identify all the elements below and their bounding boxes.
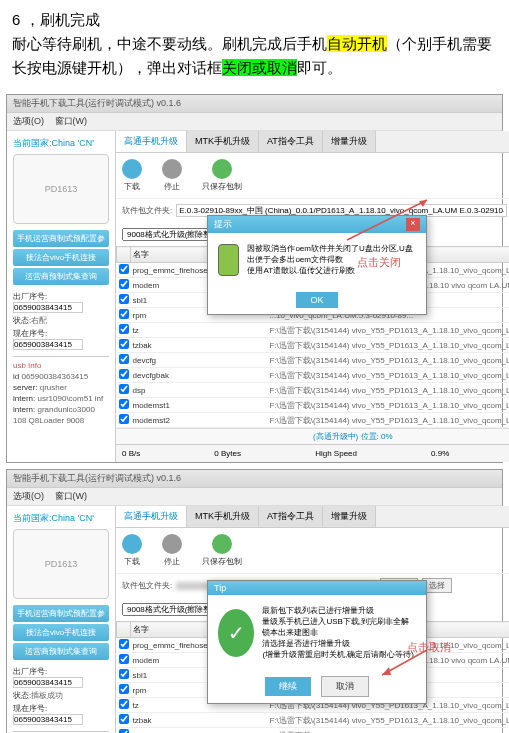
titlebar: 智能手机下载工具(运行时调试模式) v0.1.6	[7, 470, 502, 488]
btn-carrier-query[interactable]: 运营商预制式集查询	[13, 643, 109, 660]
row-checkbox[interactable]	[119, 684, 129, 694]
row-checkbox[interactable]	[119, 729, 129, 733]
row-checkbox[interactable]	[119, 699, 129, 709]
dialog-prompt: 提示× 因被取消当作oem软件并关闭了U盘出分区,U盘出便于会多出oem文件得数…	[207, 215, 427, 315]
row-checkbox[interactable]	[119, 384, 129, 394]
row-checkbox[interactable]	[119, 309, 129, 319]
menubar: 选项(O) 窗口(W)	[7, 488, 502, 506]
partition-name: tzbak	[131, 338, 268, 353]
current-sn-input[interactable]	[13, 339, 83, 350]
left-panel: 当前国家:China 'CN' PD1613 手机运营商制式预配置参 接法合vi…	[7, 506, 116, 733]
tab-at[interactable]: AT指令工具	[259, 131, 323, 152]
row-checkbox[interactable]	[119, 369, 129, 379]
current-sn-input[interactable]	[13, 714, 83, 725]
partition-location: F:\迅雷下载\(3154144) vivo_Y55_PD1613_A_1.18…	[267, 323, 509, 338]
save-only-icon	[212, 159, 232, 179]
tool-stop[interactable]: 停止	[162, 534, 182, 567]
tool-dlonly[interactable]: 只保存包制	[202, 534, 242, 567]
partition-name: modemst1	[131, 398, 268, 413]
download-icon	[122, 159, 142, 179]
toolbar: 下载 停止 只保存包制	[116, 153, 509, 199]
cancel-button[interactable]: 取消	[321, 676, 369, 697]
row-checkbox[interactable]	[119, 264, 129, 274]
row-checkbox[interactable]	[119, 399, 129, 409]
tool-dlonly[interactable]: 只保存包制	[202, 159, 242, 192]
usb-info-title: usb Info	[13, 361, 109, 370]
tool-download[interactable]: 下载	[122, 159, 142, 192]
row-checkbox[interactable]	[119, 639, 129, 649]
row-checkbox[interactable]	[119, 654, 129, 664]
partition-location: F:\迅雷下载\(3154144) vivo_Y55_PD1613_A_1.18…	[267, 383, 509, 398]
table-row[interactable]: dspF:\迅雷下载\(3154144) vivo_Y55_PD1613_A_1…	[117, 383, 510, 398]
instr-line1: 6 ，刷机完成	[12, 8, 497, 32]
table-row[interactable]: devcfgF:\迅雷下载\(3154144) vivo_Y55_PD1613_…	[117, 728, 510, 734]
tab-qualcomm[interactable]: 高通手机升级	[116, 131, 187, 152]
row-checkbox[interactable]	[119, 354, 129, 364]
dialog-title: 提示	[214, 218, 232, 231]
status-bar: 0 B/s 0 Bytes High Speed 0.9%	[116, 444, 509, 462]
tab-mtk[interactable]: MTK手机升级	[187, 506, 259, 527]
menu-options[interactable]: 选项(O)	[13, 116, 44, 126]
tabs: 高通手机升级 MTK手机升级 AT指令工具 增量升级	[116, 131, 509, 153]
menu-window[interactable]: 窗口(W)	[55, 491, 88, 501]
menubar: 选项(O) 窗口(W)	[7, 113, 502, 131]
table-row[interactable]: modemst2F:\迅雷下载\(3154144) vivo_Y55_PD161…	[117, 413, 510, 428]
dialog-tip: Tip ✓ 最新包下载列表已进行增量升级 量级系手机已进入USB下载,到完刷非全…	[207, 580, 427, 704]
btn-connect-vivo[interactable]: 接法合vivo手机连接	[13, 624, 109, 641]
tab-incremental[interactable]: 增量升级	[323, 506, 376, 527]
btn-carrier-preset[interactable]: 手机运营商制式预配置参	[13, 605, 109, 622]
status-value: 插板成功	[31, 691, 63, 700]
tool-download[interactable]: 下载	[122, 534, 142, 567]
table-row[interactable]: tzbakF:\迅雷下载\(3154144) vivo_Y55_PD1613_A…	[117, 338, 510, 353]
factory-sn-input[interactable]	[13, 677, 83, 688]
pkg-label: 软件包文件夹:	[122, 205, 172, 216]
row-checkbox[interactable]	[119, 339, 129, 349]
partition-location: F:\迅雷下载\(3154144) vivo_Y55_PD1613_A_1.18…	[267, 413, 509, 428]
row-checkbox[interactable]	[119, 279, 129, 289]
row-checkbox[interactable]	[119, 414, 129, 424]
tab-incremental[interactable]: 增量升级	[323, 131, 376, 152]
highlight-close-cancel: 关闭或取消	[222, 59, 297, 76]
close-icon[interactable]: ×	[406, 218, 420, 231]
instr-line2: 耐心等待刷机，中途不要动线。刷机完成后手机自动开机（个别手机需要长按电源键开机）…	[12, 32, 497, 80]
ok-button[interactable]: OK	[296, 292, 337, 308]
download-icon	[122, 534, 142, 554]
tab-at[interactable]: AT指令工具	[259, 506, 323, 527]
btn-carrier-preset[interactable]: 手机运营商制式预配置参	[13, 230, 109, 247]
save-only-icon	[212, 534, 232, 554]
tab-qualcomm[interactable]: 高通手机升级	[116, 506, 187, 527]
menu-options[interactable]: 选项(O)	[13, 491, 44, 501]
stop-icon	[162, 534, 182, 554]
btn-carrier-query[interactable]: 运营商预制式集查询	[13, 268, 109, 285]
partition-name: tz	[131, 323, 268, 338]
table-row[interactable]: devcfgbakF:\迅雷下载\(3154144) vivo_Y55_PD16…	[117, 368, 510, 383]
tab-mtk[interactable]: MTK手机升级	[187, 131, 259, 152]
partition-name: tzbak	[131, 713, 268, 728]
row-checkbox[interactable]	[119, 324, 129, 334]
country-label: 当前国家:China 'CN'	[13, 137, 109, 150]
app-window-2: 智能手机下载工具(运行时调试模式) v0.1.6 选项(O) 窗口(W) 当前国…	[6, 469, 503, 733]
partition-location: F:\迅雷下载\(3154144) vivo_Y55_PD1613_A_1.18…	[267, 398, 509, 413]
progress-text: (高通升级中) 位置: 0%	[116, 428, 509, 444]
stop-icon	[162, 159, 182, 179]
factory-sn-input[interactable]	[13, 302, 83, 313]
btn-connect-vivo[interactable]: 接法合vivo手机连接	[13, 249, 109, 266]
table-row[interactable]: tzF:\迅雷下载\(3154144) vivo_Y55_PD1613_A_1.…	[117, 323, 510, 338]
tool-stop[interactable]: 停止	[162, 159, 182, 192]
dialog-message: 因被取消当作oem软件并关闭了U盘出分区,U盘出便于会多出oem文件得数 使用A…	[247, 243, 416, 276]
dialog-title: Tip	[214, 583, 226, 593]
table-row[interactable]: devcfgF:\迅雷下载\(3154144) vivo_Y55_PD1613_…	[117, 353, 510, 368]
pkg-label: 软件包文件夹:	[122, 580, 172, 591]
table-row[interactable]: modemst1F:\迅雷下载\(3154144) vivo_Y55_PD161…	[117, 398, 510, 413]
country-label: 当前国家:China 'CN'	[13, 512, 109, 525]
partition-name: dsp	[131, 383, 268, 398]
continue-button[interactable]: 继续	[265, 677, 311, 696]
partition-name: modemst2	[131, 413, 268, 428]
table-row[interactable]: tzbakF:\迅雷下载\(3154144) vivo_Y55_PD1613_A…	[117, 713, 510, 728]
device-preview: PD1613	[13, 529, 109, 599]
row-checkbox[interactable]	[119, 669, 129, 679]
row-checkbox[interactable]	[119, 294, 129, 304]
row-checkbox[interactable]	[119, 714, 129, 724]
partition-location: F:\迅雷下载\(3154144) vivo_Y55_PD1613_A_1.18…	[267, 368, 509, 383]
menu-window[interactable]: 窗口(W)	[55, 116, 88, 126]
